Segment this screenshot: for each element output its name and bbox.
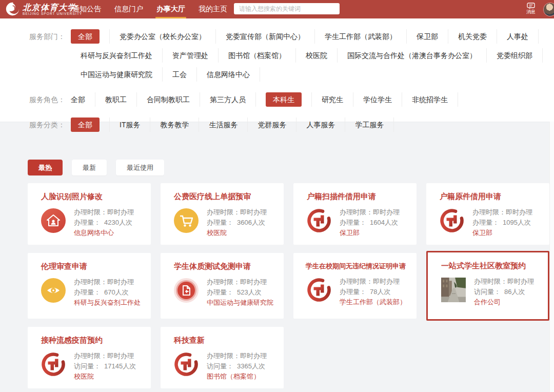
- sort-tabs: 最热最新最近使用: [28, 160, 164, 175]
- user-avatar[interactable]: [544, 3, 554, 16]
- filter-chip[interactable]: 党委组织部: [487, 48, 543, 63]
- filter-chip[interactable]: 党委办公室（校长办公室）: [110, 29, 216, 44]
- filter-chip[interactable]: 学工服务: [345, 117, 394, 132]
- filter-chip[interactable]: 学生工作部（武装部）: [315, 29, 407, 44]
- filter-chip[interactable]: 学位学生: [353, 92, 402, 107]
- service-card[interactable]: 公费医疗线上单据预审办理时限：即时办理办理量：3606人次校医院: [161, 183, 284, 245]
- filter-chip-selected-pill: 全部: [71, 117, 100, 132]
- service-card-title: 学生在校期间无违纪情况证明申请: [306, 262, 412, 271]
- usage-count-label: 办理量：: [472, 219, 499, 226]
- usage-count-value: 1604人次: [370, 219, 398, 226]
- service-card-department: 学生工作部（武装部）: [340, 297, 406, 307]
- usage-count-label: 办理量：: [207, 219, 233, 226]
- filter-chip[interactable]: IT服务: [110, 117, 150, 132]
- service-card[interactable]: 接种流感疫苗预约办理时限：即时办理访问量：17145人次校医院: [28, 327, 151, 388]
- service-card[interactable]: 伦理审查申请办理时限：即时办理办理量：670人次科研与反兴奋剂工作处: [28, 253, 151, 319]
- nav-item[interactable]: 办事大厅: [150, 0, 192, 18]
- filter-chip[interactable]: 党委宣传部（新闻中心）: [216, 29, 315, 44]
- usage-count-value: 4230人次: [104, 219, 132, 226]
- university-emblem: [174, 352, 199, 377]
- usage-count-label: 访问量：: [474, 288, 501, 296]
- filter-chip[interactable]: 机关党委: [448, 29, 497, 44]
- main-nav: 通知公告信息门户办事大厅我的主页: [66, 0, 234, 18]
- usage-count-value: 17145人次: [104, 362, 136, 370]
- service-card[interactable]: 学生在校期间无违纪情况证明申请办理时限：即时办理办理量：78人次学生工作部（武装…: [293, 253, 417, 319]
- nav-item[interactable]: 通知公告: [66, 0, 108, 18]
- service-card[interactable]: 户籍原件借用申请办理时限：即时办理办理量：1095人次保卫部: [426, 183, 549, 245]
- usage-count-line: 办理量：523人次: [207, 287, 273, 298]
- filter-row-label: 服务部门：: [29, 29, 71, 44]
- filter-chip[interactable]: 合同制教职工: [137, 92, 200, 107]
- processing-time-line: 办理时限：即时办理: [207, 351, 267, 361]
- filter-chip[interactable]: 工会: [163, 67, 197, 82]
- service-card-body: 办理时限：即时办理办理量：523人次中国运动与健康研究院: [174, 277, 284, 308]
- filter-chip[interactable]: 人事处: [497, 29, 539, 44]
- tab-inactive[interactable]: 最近使用: [116, 160, 164, 175]
- filter-chip[interactable]: 全部: [71, 29, 110, 44]
- service-card-info: 办理时限：即时办理办理量：670人次科研与反兴奋剂工作处: [74, 277, 141, 308]
- service-card-title: 公费医疗线上单据预审: [174, 192, 273, 202]
- file-export-icon: [174, 278, 199, 303]
- service-card-info: 办理时限：即时办理办理量：3606人次校医院: [207, 207, 267, 238]
- filter-chip[interactable]: 信息网络中心: [197, 67, 260, 82]
- processing-time-line: 办理时限：即时办理: [474, 277, 534, 287]
- service-card-body: 办理时限：即时办理办理量：1095人次保卫部: [440, 207, 549, 238]
- tab-inactive[interactable]: 最新: [72, 160, 107, 175]
- service-card[interactable]: 人脸识别照片修改办理时限：即时办理办理量：4230人次信息网络中心: [28, 183, 151, 245]
- service-card-title: 户籍原件借用申请: [440, 192, 539, 202]
- filter-chip[interactable]: 党群服务: [248, 117, 296, 132]
- filter-chip[interactable]: 校医院: [296, 48, 338, 63]
- filter-chip-list: 全部党委办公室（校长办公室）党委宣传部（新闻中心）学生工作部（武装部）保卫部机关…: [71, 29, 554, 82]
- filter-chip[interactable]: 生活服务: [199, 117, 248, 132]
- service-card-title: 户籍扫描件借用申请: [307, 192, 406, 202]
- filter-panel: 服务部门：全部党委办公室（校长办公室）党委宣传部（新闻中心）学生工作部（武装部）…: [0, 18, 554, 122]
- messages-button[interactable]: 消息: [522, 1, 540, 15]
- service-card[interactable]: 一站式学生社区教室预约办理时限：即时办理访问量：86人次合作公司: [426, 251, 549, 321]
- service-card[interactable]: 科技查新办理时限：即时办理访问量：3365人次图书馆（档案馆）: [161, 327, 284, 388]
- tab-active[interactable]: 最热: [28, 160, 63, 175]
- service-card-department: 科研与反兴奋剂工作处: [74, 298, 141, 308]
- filter-chip[interactable]: 资产管理处: [163, 48, 219, 63]
- filter-chip-list: 全部教职工合同制教职工第三方人员本科生研究生学位学生非统招学生: [71, 92, 554, 107]
- filter-chip-list: 全部IT服务教务教学生活服务党群服务人事服务学工服务: [71, 117, 554, 132]
- service-card-info: 办理时限：即时办理办理量：523人次中国运动与健康研究院: [207, 277, 273, 308]
- service-card-info: 办理时限：即时办理访问量：17145人次校医院: [74, 351, 136, 382]
- service-card[interactable]: 户籍扫描件借用申请办理时限：即时办理办理量：1604人次保卫部: [293, 183, 417, 245]
- nav-item[interactable]: 信息门户: [108, 0, 150, 18]
- service-card[interactable]: 学生体质测试免测申请办理时限：即时办理办理量：523人次中国运动与健康研究院: [161, 253, 284, 319]
- service-card-body: 办理时限：即时办理办理量：78人次学生工作部（武装部）: [307, 277, 417, 307]
- filter-chip[interactable]: 第三方人员: [200, 92, 256, 107]
- filter-chip[interactable]: 全部: [71, 117, 110, 132]
- university-swirl-icon: [5, 2, 20, 16]
- processing-time-line: 办理时限：即时办理: [472, 207, 532, 218]
- service-card-department: 图书馆（档案馆）: [207, 371, 267, 382]
- university-emblem: [41, 352, 66, 377]
- service-card-body: 办理时限：即时办理办理量：3606人次校医院: [174, 207, 284, 238]
- service-card-body: 办理时限：即时办理办理量：670人次科研与反兴奋剂工作处: [41, 277, 151, 308]
- filter-chip[interactable]: 本科生: [256, 92, 312, 107]
- filter-chip[interactable]: 人事服务: [296, 117, 345, 132]
- home-icon: [41, 208, 66, 233]
- university-emblem: [307, 278, 331, 302]
- search-input[interactable]: [234, 3, 340, 14]
- filter-chip[interactable]: 教务教学: [150, 117, 199, 132]
- service-card-title: 接种流感疫苗预约: [41, 336, 141, 345]
- filter-chip[interactable]: 研究生: [312, 92, 353, 107]
- processing-time-line: 办理时限：即时办理: [74, 277, 141, 287]
- filter-chip[interactable]: 保卫部: [407, 29, 448, 44]
- processing-time-line: 办理时限：即时办理: [340, 277, 406, 287]
- filter-chip-selected-pill: 本科生: [266, 92, 302, 107]
- filter-chip[interactable]: 教职工: [95, 92, 137, 107]
- service-card-grid: 人脸识别照片修改办理时限：即时办理办理量：4230人次信息网络中心公费医疗线上单…: [28, 183, 550, 388]
- filter-chip[interactable]: 国际交流与合作处（港澳台事务办公室）: [338, 48, 487, 63]
- page-scrollbar[interactable]: [549, 122, 554, 392]
- filter-chip[interactable]: 非统招学生: [402, 92, 458, 107]
- filter-chip[interactable]: 全部: [71, 92, 95, 107]
- usage-count-value: 3606人次: [237, 219, 265, 226]
- filter-chip[interactable]: 图书馆（档案馆）: [219, 48, 296, 63]
- filter-chip[interactable]: 中国运动与健康研究院: [71, 67, 163, 82]
- filter-chip[interactable]: 科研与反兴奋剂工作处: [71, 48, 163, 63]
- service-card-department: 合作公司: [474, 297, 534, 307]
- processing-time-line: 办理时限：即时办理: [207, 277, 273, 287]
- nav-item[interactable]: 我的主页: [192, 0, 234, 18]
